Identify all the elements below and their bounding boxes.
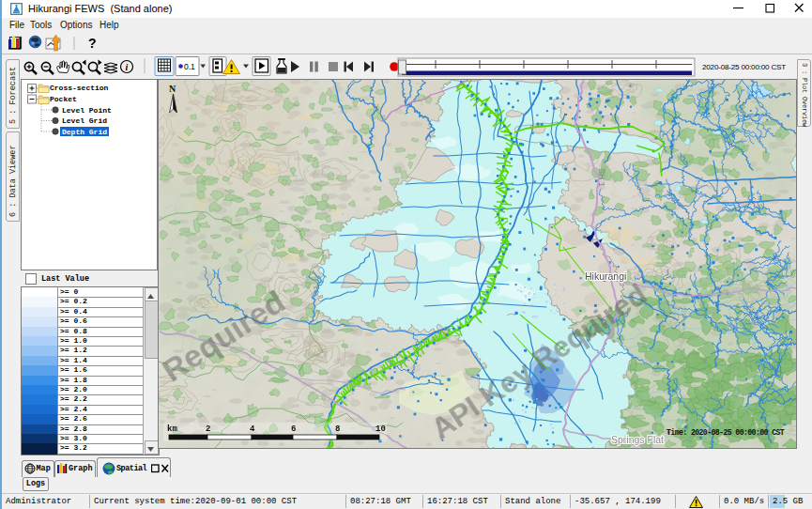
svg-text:Springs Flat: Springs Flat	[611, 434, 664, 445]
svg-text:2: 2	[206, 424, 210, 434]
svg-text:2020-08-25 00:00:00 CST: 2020-08-25 00:00:00 CST	[702, 63, 786, 71]
svg-text:8: 8	[335, 424, 340, 434]
svg-text:N: N	[169, 84, 176, 94]
svg-text:10: 10	[375, 424, 386, 434]
svg-text:Time: 2020-08-25 00:00:00 CST: Time: 2020-08-25 00:00:00 CST	[666, 428, 785, 437]
svg-text:i: i	[125, 62, 128, 72]
svg-text:4: 4	[250, 424, 255, 434]
svg-text:?: ?	[88, 36, 97, 51]
svg-text:Hikurangi: Hikurangi	[585, 270, 626, 282]
svg-text:6: 6	[291, 424, 296, 434]
svg-text:km: km	[167, 424, 177, 434]
svg-text:SH 1: SH 1	[597, 168, 606, 187]
svg-text:0.1: 0.1	[184, 62, 195, 71]
